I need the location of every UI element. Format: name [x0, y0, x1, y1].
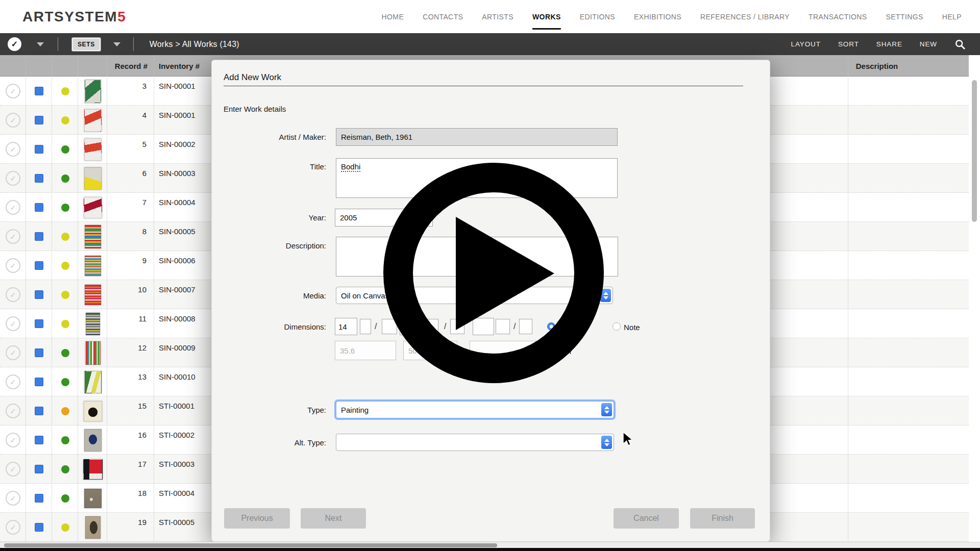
row-check-icon[interactable]: ✓ [6, 491, 20, 506]
row-check-icon[interactable]: ✓ [6, 258, 20, 273]
inventory-number-cell: STI-00002 [154, 425, 220, 455]
row-check-icon[interactable]: ✓ [6, 229, 20, 244]
previous-button[interactable]: Previous [224, 508, 290, 529]
row-check-cell: ✓ [0, 193, 26, 222]
horizontal-scrollbar-thumb[interactable] [4, 543, 497, 547]
artwork-thumbnail[interactable] [84, 197, 102, 218]
note-radio[interactable] [612, 322, 621, 331]
row-check-icon[interactable]: ✓ [6, 520, 20, 535]
artwork-thumbnail[interactable] [86, 313, 100, 335]
vertical-scrollbar[interactable] [972, 80, 977, 222]
nav-item-home[interactable]: HOME [382, 0, 404, 33]
artwork-thumbnail[interactable] [84, 489, 102, 508]
toolbar-action-new[interactable]: NEW [920, 40, 937, 48]
blue-square-icon[interactable] [35, 494, 43, 503]
row-check-icon[interactable]: ✓ [6, 84, 20, 98]
nav-item-contacts[interactable]: CONTACTS [423, 0, 463, 33]
record-number-cell: 19 [107, 513, 151, 542]
blue-square-icon[interactable] [35, 261, 43, 270]
row-check-icon[interactable]: ✓ [6, 287, 20, 302]
alt-type-select[interactable] [336, 434, 614, 451]
brand-logo[interactable]: ARTSYSTEM5 [22, 9, 126, 25]
toolbar-action-layout[interactable]: LAYOUT [791, 40, 821, 48]
artwork-thumbnail[interactable] [84, 109, 102, 132]
row-flag-cell [26, 135, 52, 164]
artwork-thumbnail[interactable] [83, 459, 103, 480]
row-check-icon[interactable]: ✓ [6, 433, 20, 447]
type-select-stepper-icon [601, 403, 612, 416]
type-select[interactable]: Painting [336, 401, 614, 418]
nav-item-transactions[interactable]: TRANSACTIONS [808, 0, 867, 33]
finish-button[interactable]: Finish [690, 508, 755, 529]
row-check-icon[interactable]: ✓ [6, 374, 20, 389]
row-check-icon[interactable]: ✓ [6, 113, 20, 128]
nav-item-settings[interactable]: SETTINGS [886, 0, 923, 33]
dimension-height-fraction-field[interactable] [360, 319, 371, 334]
row-check-icon[interactable]: ✓ [6, 345, 20, 360]
select-dropdown-caret-icon[interactable] [37, 42, 44, 46]
artwork-thumbnail[interactable] [84, 429, 102, 452]
row-check-icon[interactable]: ✓ [6, 171, 20, 186]
row-status-cell [52, 135, 78, 164]
column-header-description[interactable]: Description [836, 55, 918, 77]
blue-square-icon[interactable] [35, 290, 43, 299]
artwork-thumbnail[interactable] [84, 371, 102, 393]
horizontal-scrollbar-track[interactable] [0, 542, 980, 548]
nav-item-references-library[interactable]: REFERENCES / LIBRARY [700, 0, 790, 33]
column-header-record[interactable]: Record # [100, 55, 151, 77]
blue-square-icon[interactable] [35, 523, 43, 532]
artwork-thumbnail[interactable] [84, 167, 102, 190]
toolbar-action-sort[interactable]: SORT [838, 40, 859, 48]
blue-square-icon[interactable] [35, 145, 43, 154]
blue-square-icon[interactable] [35, 465, 43, 473]
artwork-thumbnail[interactable] [85, 516, 101, 539]
artwork-thumbnail[interactable] [85, 256, 101, 276]
record-number-cell: 18 [107, 484, 151, 513]
cancel-button[interactable]: Cancel [614, 508, 679, 529]
row-thumbnail-cell [78, 77, 107, 106]
artwork-thumbnail[interactable] [84, 138, 102, 161]
record-number-cell: 11 [107, 309, 151, 338]
blue-square-icon[interactable] [35, 378, 43, 386]
blue-square-icon[interactable] [35, 348, 43, 357]
blue-square-icon[interactable] [35, 436, 43, 444]
next-button[interactable]: Next [301, 508, 366, 529]
nav-item-works[interactable]: WORKS [532, 0, 561, 33]
blue-square-icon[interactable] [35, 319, 43, 328]
blue-square-icon[interactable] [35, 116, 43, 124]
row-check-icon[interactable]: ✓ [6, 142, 20, 157]
row-check-icon[interactable]: ✓ [6, 316, 20, 331]
sets-button[interactable]: SETS [71, 37, 101, 52]
video-play-button[interactable] [376, 156, 611, 390]
row-check-icon[interactable]: ✓ [6, 404, 20, 418]
artwork-thumbnail[interactable] [85, 285, 101, 305]
column-header-inventory[interactable]: Inventory # [154, 55, 200, 77]
dimension-height-field[interactable] [335, 318, 357, 335]
status-dot-icon [61, 145, 69, 154]
sets-dropdown-caret-icon[interactable] [113, 42, 120, 46]
nav-item-help[interactable]: HELP [942, 0, 962, 33]
row-check-icon[interactable]: ✓ [6, 462, 20, 477]
artist-maker-field[interactable] [336, 128, 618, 146]
search-icon[interactable] [954, 39, 966, 50]
select-all-check-icon[interactable]: ✓ [8, 37, 21, 51]
artwork-thumbnail[interactable] [85, 225, 101, 248]
blue-square-icon[interactable] [35, 87, 43, 95]
blue-square-icon[interactable] [35, 203, 43, 212]
record-number-cell: 17 [107, 455, 151, 484]
toolbar-divider-2 [133, 37, 134, 51]
blue-square-icon[interactable] [35, 407, 43, 415]
artwork-thumbnail[interactable] [85, 341, 101, 365]
nav-item-artists[interactable]: ARTISTS [482, 0, 513, 33]
inventory-number-cell: SIN-00006 [154, 251, 220, 280]
nav-item-exhibitions[interactable]: EXHIBITIONS [634, 0, 681, 33]
blue-square-icon[interactable] [35, 232, 43, 241]
row-check-cell: ✓ [0, 338, 26, 367]
artwork-thumbnail[interactable] [85, 80, 101, 103]
bottom-bar [0, 548, 980, 551]
artwork-thumbnail[interactable] [84, 401, 102, 421]
nav-item-editions[interactable]: EDITIONS [580, 0, 615, 33]
row-check-icon[interactable]: ✓ [6, 200, 20, 215]
toolbar-action-share[interactable]: SHARE [876, 40, 902, 48]
blue-square-icon[interactable] [35, 174, 43, 183]
